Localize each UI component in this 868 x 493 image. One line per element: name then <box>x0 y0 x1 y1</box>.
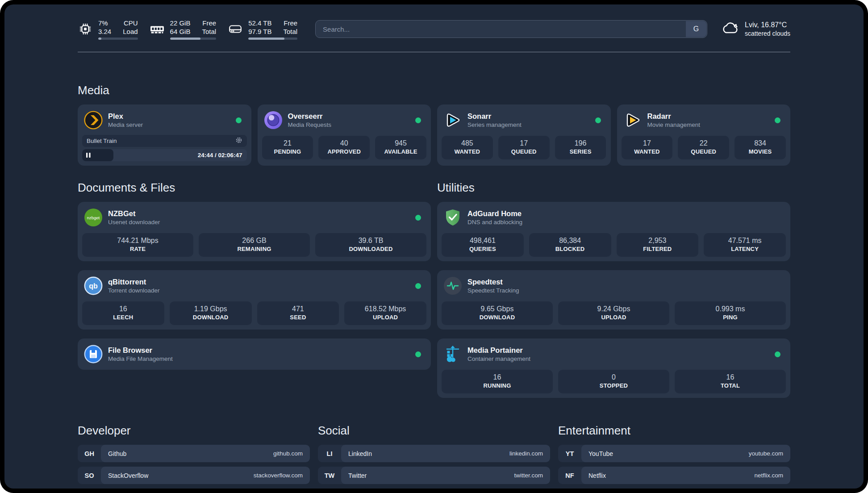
stat-tile: 266 GBREMAINING <box>199 233 310 257</box>
bookmark-abbr: TW <box>318 467 341 484</box>
weather-location-temp: Lviv, 16.87°C <box>745 21 790 29</box>
status-dot <box>236 117 242 123</box>
stat-tile: 16TOTAL <box>675 370 786 393</box>
app-card-radarr[interactable]: Radarr Movie management 17WANTED 22QUEUE… <box>617 104 791 166</box>
app-title: Overseerr <box>288 112 332 121</box>
bookmark-name: Netflix <box>588 472 606 479</box>
section-title-documents: Documents & Files <box>78 181 431 195</box>
disk-progress-fill <box>248 38 284 40</box>
portainer-icon <box>443 345 462 363</box>
disk-free-value: 52.4 TB <box>248 19 271 27</box>
cpu-stat: 7% CPU 3.24 Load <box>78 19 138 40</box>
now-playing-widget: Bullet Train 24:44 / 0 <box>82 135 247 161</box>
app-card-plex[interactable]: Plex Media server Bullet Train <box>78 104 251 166</box>
bookmark-netflix[interactable]: NF Netflixnetflix.com <box>558 467 790 484</box>
bookmark-abbr: NF <box>558 467 581 484</box>
gear-icon <box>235 137 242 146</box>
bookmark-youtube[interactable]: YT YouTubeyoutube.com <box>558 445 790 462</box>
app-card-adguard[interactable]: AdGuard Home DNS and adblocking 498,461Q… <box>437 202 790 261</box>
stat-tile: 9.65 GbpsDOWNLOAD <box>442 301 553 325</box>
stat-tile: 22QUEUED <box>678 136 729 159</box>
app-card-speedtest[interactable]: Speedtest Speedtest Tracking 9.65 GbpsDO… <box>437 270 790 330</box>
app-card-qbittorrent[interactable]: qb qBittorrent Torrent downloader 16LEEC… <box>78 270 431 330</box>
app-desc: Media File Management <box>108 355 173 363</box>
ram-icon <box>150 23 165 35</box>
cpu-usage-value: 7% <box>98 19 111 27</box>
stat-tile: 47.571 msLATENCY <box>704 233 786 257</box>
app-desc: Series management <box>467 121 522 129</box>
stat-tile: 471SEED <box>257 301 339 325</box>
bookmark-stackoverflow[interactable]: SO StackOverflowstackoverflow.com <box>78 467 310 484</box>
stat-tiles: 485WANTED 17QUEUED 196SERIES <box>442 136 606 159</box>
stat-tile: 86,384BLOCKED <box>529 233 611 257</box>
svg-text:qb: qb <box>89 282 98 290</box>
sonarr-icon <box>443 111 462 130</box>
stat-tile: 945AVAILABLE <box>375 136 426 159</box>
bookmark-linkedin[interactable]: LI LinkedInlinkedin.com <box>318 445 550 462</box>
bookmark-url: youtube.com <box>749 450 783 457</box>
stat-tile: 196SERIES <box>555 136 606 159</box>
stat-tile: 9.24 GbpsUPLOAD <box>558 301 669 325</box>
bookmark-abbr: SO <box>78 467 101 484</box>
status-dot <box>595 117 601 123</box>
app-card-sonarr[interactable]: Sonarr Series management 485WANTED 17QUE… <box>437 104 611 166</box>
app-desc: Movie management <box>647 121 701 129</box>
app-title: Radarr <box>647 112 701 121</box>
now-playing-title: Bullet Train <box>87 138 117 144</box>
bookmark-url: github.com <box>273 450 303 457</box>
stat-tiles: 17WANTED 22QUEUED 834MOVIES <box>622 136 786 159</box>
bookmark-name: Twitter <box>348 472 367 479</box>
filebrowser-icon <box>84 345 103 363</box>
stat-tile: 40APPROVED <box>318 136 370 159</box>
app-card-nzbget[interactable]: nzbget NZBGet Usenet downloader 744.21 M… <box>78 202 431 261</box>
app-title: File Browser <box>108 346 173 355</box>
plex-icon <box>84 111 103 130</box>
bookmark-twitter[interactable]: TW Twittertwitter.com <box>318 467 550 484</box>
app-desc: Speedtest Tracking <box>467 287 519 295</box>
entertainment-bookmarks: YT YouTubeyoutube.com NF Netflixnetflix.… <box>558 445 790 489</box>
bookmark-name: StackOverflow <box>108 472 148 479</box>
search-input[interactable] <box>315 20 707 38</box>
bookmark-name: LinkedIn <box>348 450 372 457</box>
cpu-progress-fill <box>98 38 101 40</box>
app-desc: Torrent downloader <box>108 287 160 295</box>
bookmark-url: twitter.com <box>514 472 543 479</box>
overseerr-icon <box>264 111 283 130</box>
cpu-load-label: Load <box>123 27 138 36</box>
playback-time: 24:44 / 02:06:47 <box>198 152 242 159</box>
app-title: Speedtest <box>467 277 519 287</box>
stat-tiles: 498,461QUERIES 86,384BLOCKED 2,953FILTER… <box>442 233 786 257</box>
radarr-icon <box>623 111 642 130</box>
status-dot <box>415 117 421 123</box>
bookmark-abbr: GH <box>78 445 101 462</box>
app-card-filebrowser[interactable]: File Browser Media File Management <box>78 338 431 370</box>
status-dot <box>415 215 421 221</box>
search-engine-button[interactable]: G <box>686 21 706 37</box>
memory-stat: 22 GiB Free 64 GiB Total <box>150 19 217 40</box>
bookmark-abbr: LI <box>318 445 341 462</box>
section-title-entertainment: Entertainment <box>558 424 790 438</box>
search-bar: G <box>315 20 707 38</box>
app-desc: Media Requests <box>288 121 332 129</box>
cloud-icon <box>721 21 739 38</box>
stat-tile: 0.993 msPING <box>675 301 786 325</box>
app-card-overseerr[interactable]: Overseerr Media Requests 21PENDING 40APP… <box>258 104 431 166</box>
stat-tile: 618.52 MbpsUPLOAD <box>344 301 426 325</box>
app-card-portainer[interactable]: Media Portainer Container management 16R… <box>437 338 790 398</box>
bookmark-url: netflix.com <box>754 472 783 479</box>
nzbget-icon: nzbget <box>84 208 103 227</box>
memory-total-label: Total <box>202 27 216 36</box>
bookmark-github[interactable]: GH Githubgithub.com <box>78 445 310 462</box>
disk-progress-bar <box>248 38 297 40</box>
status-dot <box>775 351 780 357</box>
stat-tile: 0STOPPED <box>558 370 669 393</box>
stat-tile: 1.19 GbpsDOWNLOAD <box>170 301 252 325</box>
developer-bookmarks: GH Githubgithub.com SO StackOverflowstac… <box>78 445 310 489</box>
section-title-media: Media <box>78 84 790 97</box>
app-desc: DNS and adblocking <box>467 218 522 226</box>
app-title: Media Portainer <box>467 346 530 355</box>
adguard-icon <box>443 208 462 227</box>
stat-tile: 17QUEUED <box>498 136 550 159</box>
bookmark-url: linkedin.com <box>509 450 543 457</box>
app-desc: Usenet downloader <box>108 218 160 226</box>
